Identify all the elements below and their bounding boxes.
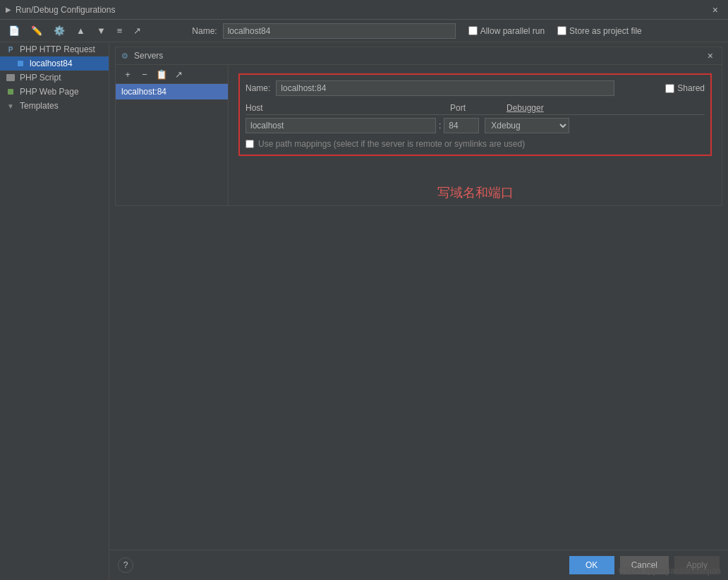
help-button[interactable]: ? xyxy=(118,557,133,573)
server-detail-form: Name: Shared Host Port xyxy=(238,73,712,156)
sidebar-item-php-http-request[interactable]: P PHP HTTP Request xyxy=(0,42,109,56)
server-name-label: Name: xyxy=(245,83,270,93)
localhost84-icon xyxy=(16,59,25,68)
debugger-column-header: Debugger xyxy=(506,103,612,113)
sidebar: P PHP HTTP Request localhost84 PHP Scrip… xyxy=(0,42,109,580)
name-label: Name: xyxy=(192,26,217,36)
path-mapping-row: Use path mappings (select if the server … xyxy=(245,139,705,149)
title-bar-left: ▶ Run/Debug Configurations xyxy=(6,5,115,15)
sidebar-item-templates[interactable]: ▼ Templates xyxy=(0,99,109,113)
templates-icon: ▼ xyxy=(6,101,16,111)
sidebar-item-templates-label: Templates xyxy=(20,101,59,111)
shared-checkbox[interactable] xyxy=(665,84,674,93)
server-list-item-label: localhost:84 xyxy=(121,87,166,97)
php-web-page-icon xyxy=(6,87,16,97)
allow-parallel-label: Allow parallel run xyxy=(480,26,545,36)
servers-detail-column: Name: Shared Host Port xyxy=(229,65,722,205)
shared-row: Shared xyxy=(665,83,705,93)
shared-label: Shared xyxy=(677,83,705,93)
toolbar-move-down-btn[interactable]: ▼ xyxy=(94,24,109,37)
servers-panel-close[interactable]: × xyxy=(705,50,716,61)
server-fields-header: Host Port Debugger xyxy=(245,103,705,115)
annotation-text: 写域名和端口 xyxy=(437,186,514,200)
servers-panel-title: Servers xyxy=(134,51,702,61)
sidebar-item-localhost84-label: localhost84 xyxy=(30,59,73,68)
name-field[interactable] xyxy=(223,23,456,39)
store-project-label: Store as project file xyxy=(569,26,642,36)
store-project-checkbox[interactable] xyxy=(557,26,566,35)
servers-panel: ⚙ Servers × + − 📋 ↗ xyxy=(115,47,722,206)
debugger-select[interactable]: Xdebug Zend Debugger xyxy=(485,118,569,133)
php-script-icon xyxy=(6,73,16,83)
path-mapping-checkbox[interactable] xyxy=(245,140,254,148)
servers-copy-btn[interactable]: 📋 xyxy=(154,67,169,81)
servers-panel-inner: + − 📋 ↗ localhost:84 xyxy=(116,65,722,205)
host-column-header: Host xyxy=(245,103,450,113)
server-list-item[interactable]: localhost:84 xyxy=(116,84,228,99)
toolbar-row: 📄 ✏️ ⚙️ ▲ ▼ ≡ ↗ Name: Allow parallel run… xyxy=(0,20,728,42)
servers-remove-btn[interactable]: − xyxy=(137,67,152,81)
toolbar-edit-btn[interactable]: ✏️ xyxy=(28,24,45,37)
colon-separator: : xyxy=(439,121,441,131)
path-mapping-label: Use path mappings (select if the server … xyxy=(258,139,525,149)
annotation-container: 写域名和端口 xyxy=(233,184,717,201)
watermark: CSDN @jianjiandandanjian xyxy=(618,566,721,576)
sidebar-item-php-script[interactable]: PHP Script xyxy=(0,71,109,85)
window-title: Run/Debug Configurations xyxy=(16,5,115,15)
server-name-row: Name: Shared xyxy=(245,80,705,96)
sidebar-item-php-http-request-label: PHP HTTP Request xyxy=(20,44,95,54)
server-name-input[interactable] xyxy=(276,80,614,96)
right-panel: ⚙ Servers × + − 📋 ↗ xyxy=(109,42,728,580)
servers-export-btn[interactable]: ↗ xyxy=(171,67,186,81)
sidebar-item-localhost84[interactable]: localhost84 xyxy=(0,56,109,71)
servers-toolbar: + − 📋 ↗ xyxy=(116,65,228,84)
toolbar-sort-btn[interactable]: ≡ xyxy=(114,24,126,37)
app-icon: ▶ xyxy=(6,6,11,13)
ok-button[interactable]: OK xyxy=(569,556,614,574)
toolbar-export-btn[interactable]: ↗ xyxy=(131,24,144,37)
host-input[interactable] xyxy=(245,118,436,133)
content-spacer xyxy=(109,206,728,550)
title-bar: ▶ Run/Debug Configurations × xyxy=(0,0,728,20)
toolbar-move-up-btn[interactable]: ▲ xyxy=(73,24,88,37)
php-http-request-icon: P xyxy=(6,44,16,54)
toolbar-copy-btn[interactable]: ⚙️ xyxy=(51,24,68,37)
toolbar-new-btn[interactable]: 📄 xyxy=(6,24,23,37)
sidebar-item-php-script-label: PHP Script xyxy=(20,73,61,83)
allow-parallel-checkbox[interactable] xyxy=(468,26,478,35)
servers-panel-icon: ⚙ xyxy=(121,52,128,61)
sidebar-item-php-web-page-label: PHP Web Page xyxy=(20,87,79,97)
main-content: P PHP HTTP Request localhost84 PHP Scrip… xyxy=(0,42,728,580)
port-input[interactable] xyxy=(444,118,479,133)
servers-add-btn[interactable]: + xyxy=(120,67,135,81)
allow-parallel-row: Allow parallel run xyxy=(468,26,545,36)
port-column-header: Port xyxy=(450,103,506,113)
close-button[interactable]: × xyxy=(708,3,722,17)
servers-list-column: + − 📋 ↗ localhost:84 xyxy=(116,65,229,205)
store-project-row: Store as project file xyxy=(557,26,642,36)
server-fields-row: : Xdebug Zend Debugger xyxy=(245,118,705,133)
sidebar-item-php-web-page[interactable]: PHP Web Page xyxy=(0,85,109,99)
run-debug-dialog: ▶ Run/Debug Configurations × 📄 ✏️ ⚙️ ▲ ▼… xyxy=(0,0,728,580)
servers-panel-header: ⚙ Servers × xyxy=(116,47,722,65)
